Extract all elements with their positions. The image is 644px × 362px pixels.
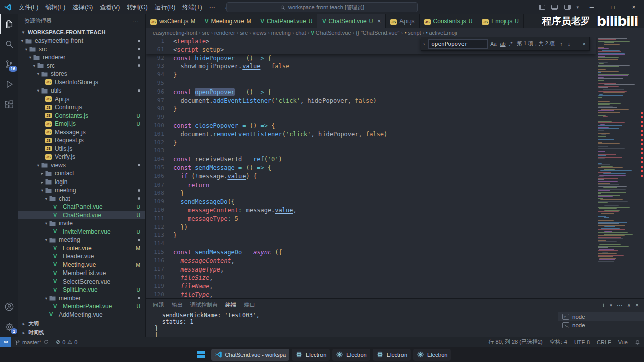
close-tab-icon[interactable]: × (377, 18, 381, 25)
close-button[interactable]: × (624, 0, 644, 14)
taskbar-app-electron[interactable]: Electron (332, 349, 370, 361)
menu-item-3[interactable]: 查看(V) (96, 0, 123, 14)
tree-item[interactable]: JSUserInfoStore.js (18, 78, 145, 87)
breadcrumb-item[interactable]: ▪activeEmoji (426, 30, 457, 36)
tab-ChatPanel.vue[interactable]: VChatPanel.vueU (256, 14, 318, 28)
taskbar-app-vscode[interactable]: ChatSend.vue - workspa (211, 349, 289, 361)
find-close-icon[interactable]: × (581, 41, 587, 47)
tree-item[interactable]: ▾src (18, 62, 145, 70)
menu-item-6[interactable]: 终端(T) (179, 0, 205, 14)
remote-indicator-icon[interactable]: >< (0, 337, 11, 347)
tree-item[interactable]: ▾member (18, 294, 145, 303)
tab-ChatSend.vue[interactable]: VChatSend.vueU× (317, 14, 386, 28)
panel-tab-输出[interactable]: 输出 (172, 299, 183, 311)
tree-item[interactable]: ▾stores (18, 70, 145, 78)
language-mode[interactable]: Vue (615, 337, 631, 347)
tree-item[interactable]: JSApi.js (18, 95, 145, 104)
outline-section[interactable]: ▸ 大纲 (18, 319, 145, 328)
menu-item-5[interactable]: 运行(R) (151, 0, 179, 14)
menu-item-0[interactable]: 文件(F) (15, 0, 42, 14)
eol-sequence[interactable]: CRLF (593, 337, 615, 347)
panel-more-icon[interactable]: ··· (617, 302, 623, 309)
tree-item[interactable]: VChatSend.vueU (18, 211, 145, 220)
tree-item[interactable]: ▾views (18, 161, 145, 170)
breadcrumb-item[interactable]: {}"ChatSend.vue" (356, 30, 399, 36)
breadcrumb-item[interactable]: src (202, 30, 210, 36)
tree-item[interactable]: VSelectScreen.vue (18, 278, 145, 286)
breadcrumb-item[interactable]: VChatSend.vue (311, 30, 351, 36)
tree-item[interactable]: JSVerify.js (18, 153, 145, 161)
tree-item[interactable]: VHeader.vue (18, 252, 145, 261)
start-button[interactable] (193, 349, 209, 361)
tab-Api.js[interactable]: JSApi.js (386, 14, 419, 28)
panel-tab-终端[interactable]: 终端 (225, 299, 236, 311)
tab-Emoji.js[interactable]: JSEmoji.jsU (477, 14, 524, 28)
tree-item[interactable]: JSUtils.js (18, 145, 145, 153)
breadcrumb-item[interactable]: meeting (271, 30, 291, 36)
find-in-selection-icon[interactable]: ≡ (573, 41, 579, 47)
toggle-panel-icon[interactable] (551, 5, 558, 10)
tree-item[interactable]: ▾src (18, 45, 145, 54)
tree-item[interactable]: VMemberList.vue (18, 269, 145, 278)
whole-word-icon[interactable]: ab (499, 41, 506, 47)
terminal-session[interactable]: >_node (558, 321, 644, 329)
taskbar-app-electron[interactable]: Electron (413, 349, 451, 361)
code-lines[interactable]: 92const hidePopover = () => {93 showEmoj… (146, 54, 596, 298)
tree-item[interactable]: JSMessage.js (18, 128, 145, 137)
panel-maximize-icon[interactable]: ∧ (627, 302, 631, 308)
menu-item-1[interactable]: 编辑(E) (42, 0, 69, 14)
command-center-search[interactable]: workspace-front-teach [管理员] (226, 2, 418, 12)
git-branch-item[interactable]: master* (11, 337, 52, 347)
tree-item[interactable]: JSEmoji.jsU (18, 120, 145, 128)
tree-item[interactable]: JSConfirm.js (18, 103, 145, 112)
tree-item[interactable]: ▾chat (18, 195, 145, 203)
toggle-secondary-sidebar-icon[interactable] (564, 5, 571, 10)
code-editor[interactable]: 92const hidePopover = () => {93 showEmoj… (146, 37, 644, 298)
breadcrumb-item[interactable]: chat (296, 30, 306, 36)
menu-item-2[interactable]: 选择(S) (69, 0, 96, 14)
account-icon[interactable] (0, 297, 18, 317)
tree-item[interactable]: ▾invite (18, 219, 145, 228)
new-terminal-icon[interactable]: + (602, 302, 605, 309)
find-next-icon[interactable]: ↓ (566, 41, 572, 47)
indentation[interactable]: 空格: 4 (546, 337, 571, 347)
tree-item[interactable]: VFooter.vueM (18, 244, 145, 253)
find-input[interactable]: openPopover (428, 39, 488, 49)
tree-item[interactable]: ▾utils (18, 86, 145, 95)
customize-layout-icon[interactable]: ▾ (576, 5, 579, 10)
panel-tab-调试控制台[interactable]: 调试控制台 (190, 299, 218, 311)
panel-tab-端口[interactable]: 端口 (244, 299, 255, 311)
find-expand-toggle-icon[interactable]: › (421, 37, 427, 50)
panel-close-icon[interactable]: × (635, 302, 639, 309)
notifications-bell-icon[interactable] (631, 337, 644, 347)
panel-tab-问题[interactable]: 问题 (153, 299, 164, 311)
tree-item[interactable]: VAddMeeting.vue (18, 311, 145, 319)
tab-Constants.js[interactable]: JSConstants.jsU (420, 14, 478, 28)
tree-item[interactable]: JSConstants.jsU (18, 112, 145, 120)
run-debug-icon[interactable] (0, 74, 18, 95)
taskbar-app-electron[interactable]: Electron (373, 349, 411, 361)
find-previous-icon[interactable]: ↑ (558, 41, 565, 47)
tree-item[interactable]: ▾renderer (18, 53, 145, 62)
minimize-button[interactable]: ─ (582, 0, 602, 14)
breadcrumb-item[interactable]: views (253, 30, 267, 36)
taskbar-app-electron[interactable]: Electron (292, 349, 330, 361)
terminal-output[interactable]: sendUserNickName: 'test003', status: 1}[ (146, 311, 558, 337)
search-view-icon[interactable] (0, 34, 18, 54)
menu-item-4[interactable]: 转到(G) (123, 0, 151, 14)
terminal-dropdown-icon[interactable]: ▾ (610, 303, 612, 308)
menu-item-7[interactable]: ··· (206, 0, 219, 14)
tab-wsClient.js[interactable]: JSwsClient.jsM (146, 14, 200, 28)
extensions-icon[interactable] (0, 95, 18, 115)
breadcrumb-item[interactable]: ▪script (405, 30, 421, 36)
explorer-icon[interactable] (0, 14, 18, 34)
problems-item[interactable]: ⊘ 0 ⚠ 0 (52, 337, 81, 347)
tree-item[interactable]: JSRequest.js (18, 136, 145, 145)
tree-item[interactable]: VSplitLine.vueU (18, 286, 145, 294)
workspace-root[interactable]: ▾ WORKSPACE-FRONT-TEACH (18, 27, 145, 37)
more-actions-icon[interactable]: ··· (132, 18, 139, 24)
source-control-icon[interactable]: 16 (0, 54, 18, 74)
breadcrumb-item[interactable]: renderer (214, 30, 235, 36)
tree-item[interactable]: VChatPanel.vueU (18, 203, 145, 211)
maximize-button[interactable]: □ (603, 0, 623, 14)
